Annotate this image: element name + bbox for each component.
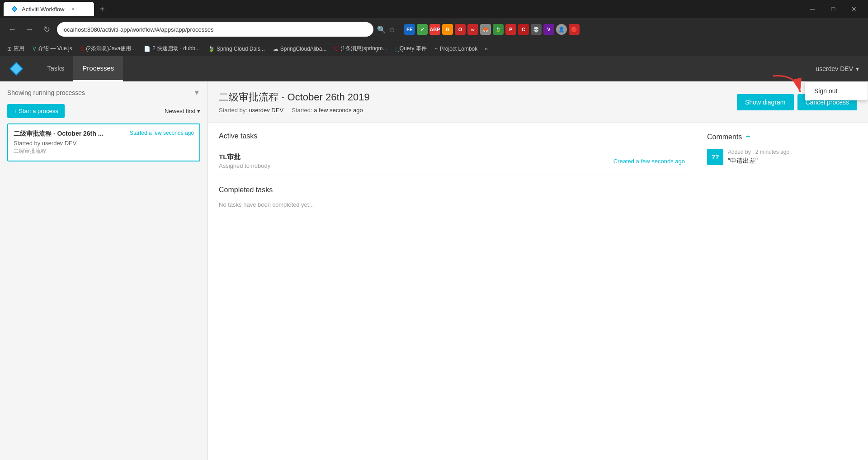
tab-favicon	[11, 5, 18, 13]
svg-marker-1	[10, 62, 23, 75]
bookmark-spring[interactable]: 🍃 Spring Cloud Dals...	[204, 44, 269, 54]
bookmark-cloud[interactable]: ☁ SpringCloudAliba...	[269, 44, 330, 54]
sign-out-item[interactable]: Sign out	[805, 82, 868, 100]
completed-tasks-title: Completed tasks	[219, 186, 685, 194]
new-tab-button[interactable]: +	[96, 4, 108, 14]
bookmark-vue[interactable]: V 介绍 — Vue.js	[29, 43, 76, 54]
ext-inf[interactable]: ∞	[467, 24, 478, 35]
sidebar: Showing running processes ▼ + Start a pr…	[0, 81, 208, 460]
user-label: userdev DEV	[816, 65, 853, 72]
comment-meta: Added by , 2 minutes ago	[728, 149, 789, 155]
started-value: a few seconds ago	[314, 107, 363, 114]
started-label: Started:	[292, 107, 314, 114]
started-by-label: Started by:	[219, 107, 249, 114]
comment-text: "申请出差"	[728, 157, 789, 165]
ext-c2[interactable]: C	[518, 24, 529, 35]
caret-icon: ▾	[856, 65, 859, 72]
restore-button[interactable]: □	[823, 0, 844, 18]
bookmark-dubbo[interactable]: 📄 2 快速启动 · dubb...	[140, 43, 203, 54]
svg-marker-0	[12, 6, 17, 12]
filter-icon[interactable]: ▼	[193, 89, 200, 97]
dubbo-icon: 📄	[144, 46, 151, 52]
no-completed-tasks: No tasks have been completed yet...	[219, 201, 685, 208]
search-icon: 🔍	[377, 25, 386, 34]
ext-g[interactable]: G	[442, 24, 453, 35]
cloud-icon: ☁	[273, 46, 278, 52]
started-by-value: userdev DEV	[249, 107, 283, 114]
bookmark-lombok[interactable]: ~ Project Lombok	[431, 44, 481, 54]
bookmark-java[interactable]: C (2条消息)Java使用...	[77, 43, 140, 54]
spring-icon: 🍃	[208, 46, 215, 52]
active-tab[interactable]: Activiti Workflow ×	[4, 2, 94, 16]
ext-leaf[interactable]: 🍃	[493, 24, 504, 35]
ext-fox[interactable]: 🦊	[480, 24, 491, 35]
ext-abp[interactable]: ABP	[429, 24, 440, 35]
csdn-icon: C	[80, 46, 85, 52]
detail-panel: 二级审批流程 - October 26th 2019 Started by: u…	[208, 81, 868, 460]
process-item-user: Started by userdev DEV	[14, 140, 194, 147]
ext-o[interactable]: O	[455, 24, 466, 35]
lombok-icon: ~	[435, 46, 438, 52]
showing-label: Showing running processes	[7, 89, 85, 96]
sort-control[interactable]: Newest first ▾	[165, 108, 200, 114]
close-button[interactable]: ✕	[844, 0, 864, 18]
ext-profile[interactable]: 👤	[556, 24, 567, 35]
ext-fe[interactable]: FE	[404, 24, 415, 35]
process-item-time: Started a few seconds ago	[130, 130, 194, 136]
active-task-row: TL审批 Assigned to nobody Created a few se…	[219, 147, 685, 175]
bookmark-apps[interactable]: ⊞ 应用	[4, 43, 28, 54]
vue-icon: V	[33, 46, 36, 52]
bookmark-jquery[interactable]: j jQuery 事件	[392, 43, 430, 54]
process-item-name: 二级审批流程 - October 26th ...	[14, 130, 103, 138]
back-button[interactable]: ←	[5, 23, 19, 36]
ext-skull[interactable]: 💀	[531, 24, 542, 35]
task-assignee: Assigned to nobody	[219, 162, 270, 169]
address-input[interactable]	[57, 22, 373, 37]
apps-grid-icon: ⊞	[7, 46, 12, 52]
task-name: TL审批	[219, 153, 270, 161]
csdn2-icon: C	[335, 46, 339, 52]
forward-button[interactable]: →	[23, 23, 36, 36]
completed-tasks: Completed tasks No tasks have been compl…	[219, 186, 685, 208]
ext-v[interactable]: V	[543, 24, 554, 35]
tab-title: Activiti Workflow	[22, 6, 64, 13]
user-menu[interactable]: userdev DEV ▾	[816, 65, 859, 72]
detail-meta: Started by: userdev DEV Started: a few s…	[219, 107, 370, 114]
start-process-button[interactable]: + Start a process	[7, 104, 65, 118]
comments-title: Comments	[707, 133, 742, 141]
bookmark-icon[interactable]: ☆	[389, 25, 395, 34]
nav-tasks[interactable]: Tasks	[38, 56, 73, 81]
red-arrow-indicator	[769, 71, 805, 100]
nav-processes[interactable]: Processes	[73, 56, 123, 81]
task-created: Created a few seconds ago	[613, 158, 685, 165]
sort-caret-icon: ▾	[197, 108, 200, 114]
comments-section: Comments + ?? Added by , 2 minutes ago "…	[696, 123, 868, 460]
detail-body: Active tasks TL审批 Assigned to nobody Cre…	[208, 123, 868, 460]
ext-red2[interactable]: 🔴	[569, 24, 580, 35]
process-item-type: 二级审批流程	[14, 147, 194, 155]
comment-item: ?? Added by , 2 minutes ago "申请出差"	[707, 149, 857, 165]
bookmark-springm[interactable]: C (1条消息)springm...	[331, 43, 391, 54]
tasks-section: Active tasks TL审批 Assigned to nobody Cre…	[208, 123, 696, 460]
comment-avatar: ??	[707, 149, 723, 165]
refresh-button[interactable]: ↻	[40, 23, 53, 36]
tab-close-btn[interactable]: ×	[71, 6, 75, 12]
bookmarks-more[interactable]: »	[482, 44, 491, 54]
ext-check[interactable]: ✓	[417, 24, 428, 35]
process-list-item[interactable]: 二级审批流程 - October 26th ... Started a few …	[7, 123, 200, 161]
jquery-icon: j	[395, 46, 396, 52]
detail-title: 二级审批流程 - October 26th 2019	[219, 90, 370, 104]
active-tasks-title: Active tasks	[219, 132, 685, 140]
user-dropdown: Sign out	[805, 81, 868, 100]
minimize-button[interactable]: ─	[802, 0, 823, 18]
add-comment-button[interactable]: +	[745, 132, 750, 142]
app-logo	[9, 62, 24, 76]
ext-red[interactable]: P	[505, 24, 516, 35]
